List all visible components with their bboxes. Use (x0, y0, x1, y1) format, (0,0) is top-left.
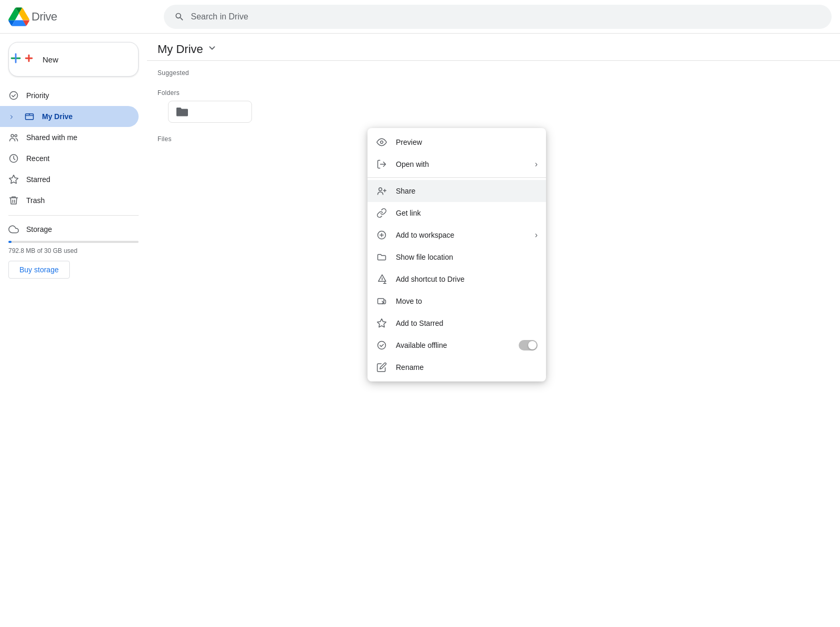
menu-item-show-location[interactable]: Show file location (368, 246, 546, 268)
logo-area: Drive (8, 6, 155, 27)
storage-title: Storage (26, 225, 52, 233)
link-icon (376, 207, 387, 219)
add-workspace-arrow-icon: › (535, 230, 538, 240)
menu-divider-1 (368, 177, 546, 178)
menu-item-share[interactable]: Share (368, 180, 546, 202)
main-layout: New Priority (0, 34, 840, 627)
trash-icon (8, 195, 19, 206)
folder-item[interactable] (168, 101, 252, 123)
move-to-icon (376, 295, 387, 307)
menu-get-link-label: Get link (396, 209, 538, 217)
menu-item-rename[interactable]: Rename (368, 356, 546, 378)
star-icon (8, 174, 19, 185)
menu-item-add-shortcut[interactable]: Add shortcut to Drive (368, 268, 546, 290)
menu-rename-label: Rename (396, 363, 538, 371)
drive-add-icon (376, 273, 387, 285)
menu-add-shortcut-label: Add shortcut to Drive (396, 275, 538, 283)
sidebar-item-trash[interactable]: Trash (0, 190, 139, 211)
storage-used-text: 792.8 MB of 30 GB used (8, 247, 139, 254)
menu-item-add-workspace[interactable]: Add to workspace › (368, 224, 546, 246)
folder-icon (176, 107, 188, 117)
check-circle-outline-icon (376, 339, 387, 351)
svg-point-11 (379, 188, 382, 191)
menu-item-available-offline[interactable]: Available offline (368, 334, 546, 356)
svg-point-17 (378, 342, 386, 349)
sidebar-item-shared-label: Shared with me (26, 133, 77, 142)
menu-item-open-with[interactable]: Open with › (368, 153, 546, 175)
menu-show-location-label: Show file location (396, 253, 538, 261)
available-offline-toggle[interactable] (519, 340, 538, 350)
search-icon (174, 12, 184, 22)
menu-move-to-label: Move to (396, 297, 538, 305)
new-button-label: New (43, 55, 58, 64)
buy-storage-button[interactable]: Buy storage (8, 261, 70, 279)
context-menu: Preview Open with › (368, 128, 546, 381)
menu-open-with-label: Open with (396, 160, 527, 168)
logo-text: Drive (32, 10, 57, 24)
menu-preview-label: Preview (396, 138, 538, 146)
content-area: My Drive Suggested Folders Files (147, 34, 840, 627)
drive-logo-icon (8, 6, 29, 27)
sidebar-item-my-drive[interactable]: My Drive (0, 106, 139, 127)
menu-available-offline-label: Available offline (396, 341, 510, 349)
menu-item-add-starred[interactable]: Add to Starred (368, 312, 546, 334)
search-bar[interactable] (164, 5, 832, 29)
content-header: My Drive (147, 34, 840, 61)
sidebar-item-recent-label: Recent (26, 154, 49, 163)
sidebar-nav: Priority My Drive (0, 85, 147, 211)
people-icon (8, 132, 19, 143)
sidebar-item-priority-label: Priority (26, 91, 49, 100)
svg-point-8 (15, 135, 17, 137)
add-workspace-icon (376, 229, 387, 241)
plus-icon (22, 51, 36, 68)
pencil-icon (376, 362, 387, 373)
menu-item-move-to[interactable]: Move to (368, 290, 546, 312)
storage-section: Storage 792.8 MB of 30 GB used Buy stora… (0, 220, 147, 283)
svg-point-4 (10, 92, 18, 100)
header: Drive (0, 0, 840, 34)
storage-bar-fill (8, 241, 12, 243)
new-button[interactable]: New (8, 42, 139, 77)
menu-add-starred-label: Add to Starred (396, 319, 538, 327)
menu-add-workspace-label: Add to workspace (396, 231, 527, 239)
cloud-icon (8, 224, 19, 235)
menu-item-preview[interactable]: Preview (368, 131, 546, 153)
suggested-label: Suggested (147, 61, 840, 81)
nav-divider (8, 215, 139, 216)
menu-item-get-link[interactable]: Get link (368, 202, 546, 224)
storage-label: Storage (8, 224, 139, 235)
svg-point-6 (29, 114, 30, 115)
sidebar-item-my-drive-label: My Drive (42, 112, 72, 121)
page-title: My Drive (158, 42, 203, 56)
chevron-down-icon[interactable] (206, 42, 218, 56)
menu-share-label: Share (396, 187, 538, 195)
open-with-icon (376, 158, 387, 170)
sidebar-item-recent[interactable]: Recent (0, 148, 139, 169)
sidebar-item-trash-label: Trash (26, 196, 45, 205)
sidebar-item-starred-label: Starred (26, 175, 50, 184)
svg-point-7 (11, 134, 14, 137)
person-add-icon (376, 185, 387, 197)
check-circle-icon (8, 90, 19, 101)
storage-bar (8, 241, 139, 243)
sidebar-item-priority[interactable]: Priority (0, 85, 139, 106)
expand-arrow-icon (8, 113, 15, 120)
folder-outline-icon (376, 251, 387, 263)
toggle-switch[interactable] (519, 340, 538, 350)
eye-icon (376, 136, 387, 148)
sidebar-item-shared[interactable]: Shared with me (0, 127, 139, 148)
search-input[interactable] (191, 12, 821, 22)
star-outline-icon (376, 317, 387, 329)
svg-point-10 (381, 141, 383, 144)
my-drive-icon (24, 111, 35, 122)
clock-icon (8, 153, 19, 164)
sidebar: New Priority (0, 34, 147, 627)
sidebar-item-starred[interactable]: Starred (0, 169, 139, 190)
open-with-arrow-icon: › (535, 160, 538, 169)
toggle-knob (528, 341, 537, 349)
folders-label: Folders (147, 81, 840, 101)
folders-grid (147, 101, 840, 123)
